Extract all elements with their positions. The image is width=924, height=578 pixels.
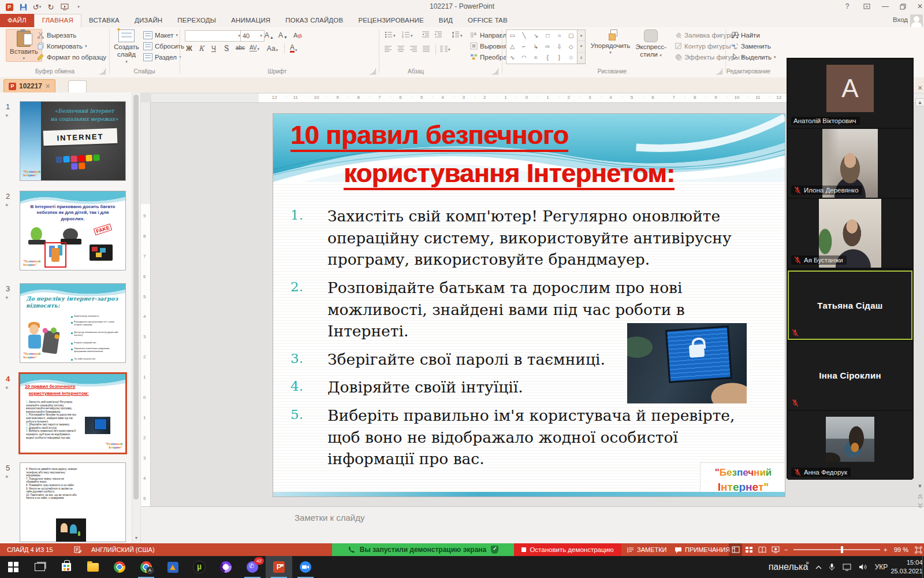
tray-mic-icon[interactable] <box>826 556 837 578</box>
slide-title[interactable]: 10 правил безпечного користування Інтерн… <box>290 122 770 190</box>
notes-toggle-button[interactable]: ЗАМЕТКИ <box>627 543 667 556</box>
shape-glyph-16[interactable]: } <box>558 55 560 61</box>
ribbon-tab-переходы[interactable]: ПЕРЕХОДЫ <box>170 14 223 27</box>
italic-button[interactable]: К <box>199 45 204 53</box>
slide-canvas[interactable]: 10 правил безпечного користування Інтерн… <box>273 113 785 497</box>
bullets-button[interactable]: ▾ <box>385 31 396 38</box>
align-right-icon[interactable] <box>410 46 418 52</box>
zoom-percent[interactable]: 99 % <box>894 543 908 556</box>
shapes-gallery-scroll[interactable]: ▲▼⊻ <box>577 29 586 64</box>
shape-glyph-1[interactable]: ╲ <box>522 33 526 39</box>
slide-thumbnail-1[interactable]: «Безпечний Інтернетна соціальних мережах… <box>20 101 126 181</box>
format-painter-button[interactable]: Формат по образцу <box>37 53 106 61</box>
next-slide-icon[interactable] <box>916 503 924 510</box>
slide-thumbnail-5[interactable]: 6. Ніколи не давайте свою адресу, номери… <box>20 462 126 542</box>
minimize-icon[interactable]: — <box>877 0 894 13</box>
shapes-gallery[interactable]: ▭╲↘□○▢△⌐↳⇨⇩◇∿◠≈{}☆ <box>506 29 578 64</box>
taskbar-utorrent-icon[interactable]: µ <box>186 556 213 578</box>
sign-in-link[interactable]: Вход <box>893 16 908 23</box>
columns-button[interactable]: ▾ <box>440 46 450 52</box>
shape-glyph-7[interactable]: ⌐ <box>523 44 526 50</box>
shape-glyph-10[interactable]: ⇩ <box>557 44 561 50</box>
numbering-button[interactable]: 123▾ <box>402 31 413 38</box>
slide-thumbnail-4[interactable]: 10 правил безпечного користування Інтерн… <box>18 372 127 454</box>
language-status[interactable]: АНГЛИЙСКИЙ (США) <box>91 543 155 556</box>
shape-glyph-15[interactable]: { <box>546 55 548 61</box>
comments-toggle-button[interactable]: ПРИМЕЧАНИЯ <box>675 543 730 556</box>
shape-glyph-9[interactable]: ⇨ <box>545 44 550 50</box>
select-button[interactable]: Выделить▾ <box>731 53 776 61</box>
text-shadow-button[interactable]: S <box>224 45 229 53</box>
ribbon-tab-дизайн[interactable]: ДИЗАЙН <box>127 14 170 27</box>
ribbon-tab-office-tab[interactable]: OFFICE TAB <box>460 14 515 27</box>
shape-glyph-14[interactable]: ≈ <box>534 55 538 61</box>
align-left-icon[interactable] <box>385 46 392 52</box>
close-tab-icon[interactable]: ✕ <box>45 83 50 90</box>
scroll-up-icon[interactable]: ▲ <box>915 98 924 106</box>
participant-tile-4[interactable]: Татьяна Сідаш <box>788 271 912 340</box>
help-icon[interactable]: ? <box>839 0 856 13</box>
taskbar-store-icon[interactable] <box>53 556 80 578</box>
font-size-combo[interactable]: 40▾ <box>240 30 264 42</box>
increase-indent-icon[interactable] <box>434 31 442 38</box>
ribbon-tab-анимация[interactable]: АНИМАЦИЯ <box>223 14 278 27</box>
cut-button[interactable]: Вырезать <box>37 31 76 39</box>
shape-glyph-4[interactable]: ○ <box>557 33 561 39</box>
shape-glyph-8[interactable]: ↳ <box>534 44 538 50</box>
ribbon-tab-рецензирование[interactable]: РЕЦЕНЗИРОВАНИЕ <box>351 14 431 27</box>
shrink-font-icon[interactable]: А▼ <box>278 31 288 39</box>
zoom-slider[interactable] <box>793 549 880 550</box>
ribbon-tab-файл[interactable]: ФАЙЛ <box>0 14 34 27</box>
replace-button[interactable]: abacЗаменить <box>731 42 771 50</box>
character-spacing-button[interactable]: AV▾ <box>249 45 259 51</box>
tray-expand-icon[interactable] <box>813 556 824 578</box>
strikethrough-button[interactable]: abc <box>236 45 245 51</box>
font-color-button[interactable]: А▾ <box>290 45 297 53</box>
slide-thumbnail-3[interactable]: До переліку інтернет-загроз відносять: К… <box>20 283 126 363</box>
participant-tile-3[interactable]: Ая Бустанжи <box>788 199 912 268</box>
arrange-button[interactable]: Упорядочить▾ <box>590 29 631 55</box>
account-avatar-icon[interactable] <box>910 14 923 27</box>
participant-tile-1[interactable]: ААнатолій Вікторович <box>788 59 912 128</box>
drawing-dialog-launcher[interactable] <box>716 68 722 75</box>
overflow-chevron[interactable]: » <box>804 551 811 573</box>
shape-glyph-0[interactable]: ▭ <box>509 33 515 39</box>
zoom-out-icon[interactable]: − <box>784 543 788 556</box>
taskbar-chrome-profile-icon[interactable]: A <box>133 556 159 578</box>
spellcheck-icon[interactable] <box>74 543 82 556</box>
close-icon[interactable]: ✕ <box>911 0 924 13</box>
find-button[interactable]: Найти <box>731 31 760 39</box>
tray-volume-icon[interactable] <box>856 556 870 578</box>
ribbon-options-icon[interactable] <box>858 0 875 13</box>
participant-tile-5[interactable]: Інна Сіроклин <box>788 341 912 410</box>
ribbon-tab-показ-слайдов[interactable]: ПОКАЗ СЛАЙДОВ <box>278 14 351 27</box>
reading-view-button[interactable] <box>755 543 769 556</box>
tray-language[interactable]: УКР <box>872 556 891 578</box>
shape-glyph-17[interactable]: ☆ <box>568 55 573 61</box>
taskbar-chrome-purple-icon[interactable] <box>213 556 239 578</box>
decrease-indent-icon[interactable] <box>422 31 430 38</box>
tray-clock[interactable]: 15:0425.03.2021 <box>892 556 922 578</box>
zoom-in-icon[interactable]: + <box>884 543 887 556</box>
quick-styles-button[interactable]: Экспресс-стили ▾ <box>633 29 669 58</box>
taskbar-chrome-icon[interactable] <box>106 556 133 578</box>
taskbar-overflow-app[interactable]: панелька <box>772 556 805 578</box>
scroll-down-icon[interactable]: ▼ <box>132 534 140 542</box>
slide-thumbnails-panel[interactable]: 1 ✶ «Безпечний Інтернетна соціальних мер… <box>0 92 132 543</box>
justify-icon[interactable] <box>423 46 430 52</box>
slide-counter[interactable]: СЛАЙД 4 ИЗ 15 <box>7 543 53 556</box>
restore-icon[interactable] <box>894 0 911 13</box>
slideshow-view-button[interactable] <box>769 543 782 556</box>
layout-button[interactable]: Макет▾ <box>143 31 178 39</box>
taskbar-avast-icon[interactable] <box>159 556 186 578</box>
ribbon-tab-вставка[interactable]: ВСТАВКА <box>81 14 127 27</box>
shape-glyph-12[interactable]: ∿ <box>510 55 515 61</box>
previous-slide-icon[interactable] <box>916 494 924 501</box>
close-tabbar-icon[interactable]: ✕ <box>916 84 924 92</box>
slide-sorter-view-button[interactable] <box>742 543 755 556</box>
bold-button[interactable]: Ж <box>186 45 192 53</box>
participant-tile-6[interactable]: Анна Федорук <box>788 411 912 480</box>
taskbar-viber-icon[interactable]: 42 <box>239 556 266 578</box>
vertical-ruler[interactable]: 9876543210123456789 <box>141 102 151 543</box>
clear-formatting-icon[interactable]: А <box>293 31 302 39</box>
